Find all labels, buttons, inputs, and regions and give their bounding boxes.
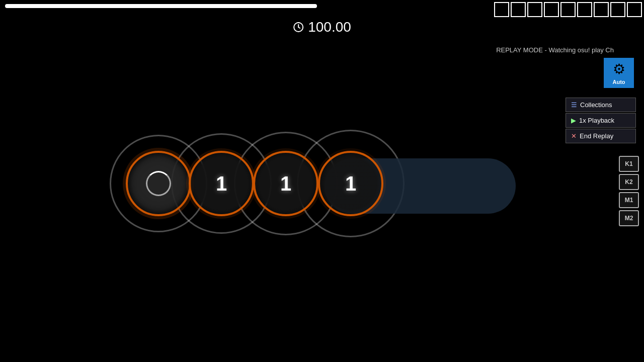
spinner-glyph xyxy=(146,171,171,196)
circle-3-number: 1 xyxy=(280,172,291,195)
hit-circle-3: 1 xyxy=(253,151,318,216)
circle-2-number: 1 xyxy=(216,172,227,195)
hit-circle-1 xyxy=(126,151,191,216)
game-area: 1 1 1 xyxy=(0,0,644,362)
hit-circle-2: 1 xyxy=(189,151,254,216)
circle-4-number: 1 xyxy=(345,172,356,195)
hit-circle-4: 1 xyxy=(318,151,383,216)
